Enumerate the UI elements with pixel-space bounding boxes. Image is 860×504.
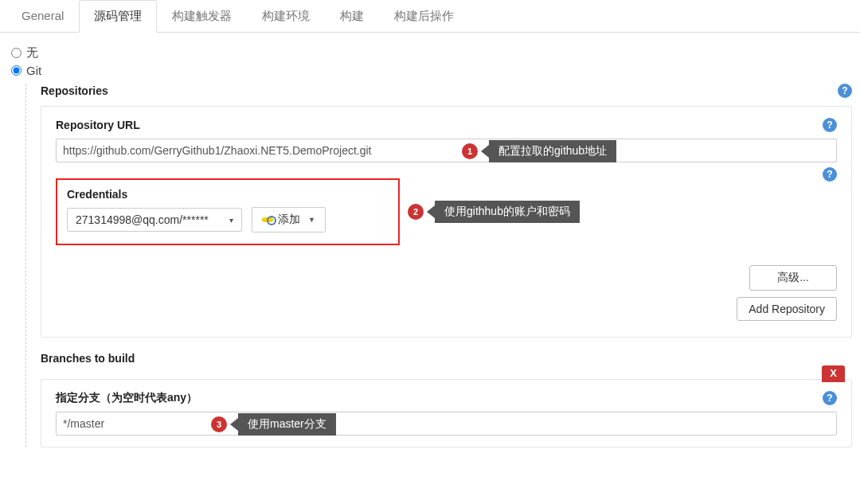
tab-build[interactable]: 构建 [325,0,379,33]
annotation-1: 1 配置拉取的github地址 [462,140,616,162]
branch-input[interactable] [56,412,837,436]
branches-title: Branches to build [41,352,135,365]
add-credentials-button[interactable]: 添加 ▼ [252,207,326,232]
credentials-label: Credentials [67,188,127,201]
branch-panel: X 指定分支（为空时代表any） ? 3 使用master分支 [41,379,852,447]
help-icon[interactable]: ? [823,391,837,405]
repositories-title: Repositories [41,84,108,97]
add-repository-button[interactable]: Add Repository [737,297,837,321]
key-icon [262,217,273,222]
chevron-down-icon: ▾ [229,216,233,225]
tab-general[interactable]: General [6,0,79,33]
radio-scm-git-label: Git [26,64,41,77]
annotation-2: 2 使用githhub的账户和密码 [408,201,837,223]
annotation-badge-1: 1 [462,143,478,159]
repo-url-label: Repository URL [56,119,140,131]
annotation-arrow-icon [481,145,489,158]
annotation-text-1: 配置拉取的github地址 [489,140,616,162]
add-credentials-label: 添加 [278,213,300,227]
branch-field-label: 指定分支（为空时代表any） [56,391,197,405]
annotation-arrow-icon [427,205,435,218]
repo-url-input[interactable] [56,139,837,162]
annotation-badge-3: 3 [211,416,227,432]
scm-content: 无 Git Repositories ? Repository URL ? 1 … [0,33,860,471]
annotation-text-2: 使用githhub的账户和密码 [435,201,580,223]
credentials-select[interactable]: 271314998@qq.com/****** ▾ [67,208,242,232]
tab-scm[interactable]: 源码管理 [79,0,157,33]
git-section: Repositories ? Repository URL ? 1 配置拉取的g… [25,84,852,447]
chevron-down-icon: ▼ [308,216,315,224]
config-tabs: General 源码管理 构建触发器 构建环境 构建 构建后操作 [0,0,860,33]
repository-panel: Repository URL ? 1 配置拉取的github地址 Credent… [41,106,852,338]
annotation-3: 3 使用master分支 [211,413,336,436]
tab-triggers[interactable]: 构建触发器 [157,0,247,33]
credentials-value: 271314998@qq.com/****** [76,213,209,226]
annotation-text-3: 使用master分支 [238,413,336,436]
radio-scm-git[interactable] [11,65,22,76]
delete-branch-button[interactable]: X [822,365,845,382]
radio-scm-none[interactable] [11,48,22,58]
tab-post[interactable]: 构建后操作 [379,0,469,33]
annotation-badge-2: 2 [408,204,424,220]
help-icon[interactable]: ? [823,118,837,132]
radio-scm-none-label: 无 [26,45,38,61]
tab-env[interactable]: 构建环境 [247,0,325,33]
credentials-highlight-box: Credentials 271314998@qq.com/****** ▾ 添加… [56,178,400,245]
help-icon[interactable]: ? [838,84,852,98]
help-icon[interactable]: ? [823,167,837,182]
annotation-arrow-icon [230,418,238,431]
advanced-button[interactable]: 高级... [749,265,837,291]
